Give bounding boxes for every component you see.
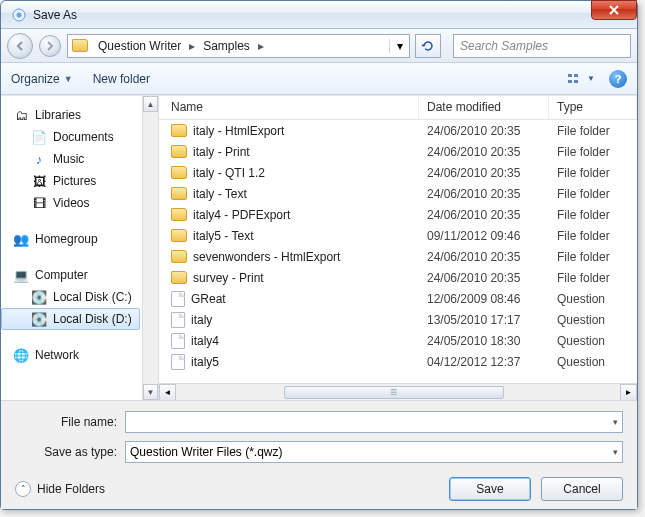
filetype-label: Save as type:	[15, 445, 125, 459]
file-row[interactable]: italy4 - PDFExport24/06/2010 20:35File f…	[159, 204, 637, 225]
svg-rect-3	[568, 80, 572, 83]
scroll-thumb[interactable]: ≡	[284, 386, 504, 399]
scroll-down-icon[interactable]: ▼	[143, 384, 158, 400]
hide-folders-button[interactable]: ˄ Hide Folders	[15, 481, 105, 497]
folder-icon	[171, 229, 187, 242]
file-icon	[171, 312, 185, 328]
file-type: File folder	[549, 271, 637, 285]
chevron-down-icon: ▼	[64, 74, 73, 84]
filetype-value: Question Writer Files (*.qwz)	[130, 445, 282, 459]
folder-icon	[171, 208, 187, 221]
sidebar-item-libraries[interactable]: 🗂Libraries	[1, 104, 140, 126]
videos-icon: 🎞	[31, 195, 47, 211]
svg-rect-2	[568, 74, 572, 77]
sidebar-scrollbar[interactable]: ▲ ▼	[142, 96, 158, 400]
file-date: 24/06/2010 20:35	[419, 250, 549, 264]
filename-input[interactable]: ▾	[125, 411, 623, 433]
scroll-left-icon[interactable]: ◄	[159, 384, 176, 401]
file-row[interactable]: GReat12/06/2009 08:46Question	[159, 288, 637, 309]
view-options-button[interactable]: ▼	[567, 72, 595, 86]
horizontal-scrollbar[interactable]: ◄ ≡ ►	[159, 383, 637, 400]
file-date: 09/11/2012 09:46	[419, 229, 549, 243]
svg-rect-5	[574, 80, 578, 83]
sidebar-item-drive-d[interactable]: 💽Local Disk (D:)	[1, 308, 140, 330]
forward-button[interactable]	[39, 35, 61, 57]
titlebar: Save As	[1, 1, 637, 29]
chevron-right-icon[interactable]: ▸	[187, 39, 197, 53]
file-name: italy - Print	[193, 145, 250, 159]
refresh-button[interactable]	[415, 34, 441, 58]
chevron-right-icon[interactable]: ▸	[256, 39, 266, 53]
file-date: 24/06/2010 20:35	[419, 166, 549, 180]
file-icon	[171, 333, 185, 349]
homegroup-icon: 👥	[13, 231, 29, 247]
folder-icon	[68, 39, 92, 52]
file-list: Name Date modified Type italy - HtmlExpo…	[159, 96, 637, 400]
file-type: Question	[549, 334, 637, 348]
chevron-down-icon[interactable]: ▾	[613, 447, 618, 457]
file-type: File folder	[549, 187, 637, 201]
file-date: 24/05/2010 18:30	[419, 334, 549, 348]
filename-field[interactable]	[130, 415, 613, 429]
file-row[interactable]: survey - Print24/06/2010 20:35File folde…	[159, 267, 637, 288]
file-row[interactable]: italy13/05/2010 17:17Question	[159, 309, 637, 330]
scroll-up-icon[interactable]: ▲	[143, 96, 158, 112]
folder-icon	[171, 124, 187, 137]
bottom-panel: File name: ▾ Save as type: Question Writ…	[1, 400, 637, 509]
column-date[interactable]: Date modified	[419, 96, 549, 119]
address-bar[interactable]: Question Writer ▸ Samples ▸ ▾	[67, 34, 410, 58]
sidebar-item-videos[interactable]: 🎞Videos	[1, 192, 140, 214]
folder-icon	[171, 166, 187, 179]
file-type: Question	[549, 355, 637, 369]
scroll-right-icon[interactable]: ►	[620, 384, 637, 401]
sidebar-item-computer[interactable]: 💻Computer	[1, 264, 140, 286]
computer-icon: 💻	[13, 267, 29, 283]
sidebar-item-documents[interactable]: 📄Documents	[1, 126, 140, 148]
close-button[interactable]	[591, 0, 637, 20]
file-row[interactable]: sevenwonders - HtmlExport24/06/2010 20:3…	[159, 246, 637, 267]
folder-icon	[171, 271, 187, 284]
file-date: 24/06/2010 20:35	[419, 124, 549, 138]
file-name: sevenwonders - HtmlExport	[193, 250, 340, 264]
file-type: File folder	[549, 208, 637, 222]
file-row[interactable]: italy - Print24/06/2010 20:35File folder	[159, 141, 637, 162]
file-name: italy4	[191, 334, 219, 348]
folder-icon	[171, 250, 187, 263]
column-type[interactable]: Type	[549, 96, 637, 119]
svg-point-1	[17, 12, 22, 17]
organize-menu[interactable]: Organize ▼	[11, 72, 73, 86]
sidebar-item-pictures[interactable]: 🖼Pictures	[1, 170, 140, 192]
sidebar-item-music[interactable]: ♪Music	[1, 148, 140, 170]
help-button[interactable]: ?	[609, 70, 627, 88]
file-type: Question	[549, 313, 637, 327]
file-type: File folder	[549, 166, 637, 180]
file-date: 04/12/2012 12:37	[419, 355, 549, 369]
file-row[interactable]: italy - QTI 1.224/06/2010 20:35File fold…	[159, 162, 637, 183]
back-button[interactable]	[7, 33, 33, 59]
file-name: GReat	[191, 292, 226, 306]
file-row[interactable]: italy - Text24/06/2010 20:35File folder	[159, 183, 637, 204]
address-dropdown[interactable]: ▾	[389, 39, 409, 53]
cancel-button[interactable]: Cancel	[541, 477, 623, 501]
file-type: File folder	[549, 250, 637, 264]
file-row[interactable]: italy424/05/2010 18:30Question	[159, 330, 637, 351]
chevron-down-icon[interactable]: ▾	[613, 417, 618, 427]
file-row[interactable]: italy - HtmlExport24/06/2010 20:35File f…	[159, 120, 637, 141]
sidebar-item-network[interactable]: 🌐Network	[1, 344, 140, 366]
network-icon: 🌐	[13, 347, 29, 363]
column-name[interactable]: Name	[163, 96, 419, 119]
save-as-dialog: Save As Question Writer ▸ Samples ▸ ▾ Se…	[0, 0, 638, 510]
filetype-combo[interactable]: Question Writer Files (*.qwz) ▾	[125, 441, 623, 463]
file-type: File folder	[549, 145, 637, 159]
libraries-icon: 🗂	[13, 107, 29, 123]
file-row[interactable]: italy5 - Text09/11/2012 09:46File folder	[159, 225, 637, 246]
file-row[interactable]: italy504/12/2012 12:37Question	[159, 351, 637, 372]
file-name: italy4 - PDFExport	[193, 208, 290, 222]
new-folder-button[interactable]: New folder	[93, 72, 150, 86]
save-button[interactable]: Save	[449, 477, 531, 501]
breadcrumb[interactable]: Samples	[197, 35, 256, 57]
search-input[interactable]: Search Samples	[453, 34, 631, 58]
breadcrumb[interactable]: Question Writer	[92, 35, 187, 57]
sidebar-item-drive-c[interactable]: 💽Local Disk (C:)	[1, 286, 140, 308]
sidebar-item-homegroup[interactable]: 👥Homegroup	[1, 228, 140, 250]
